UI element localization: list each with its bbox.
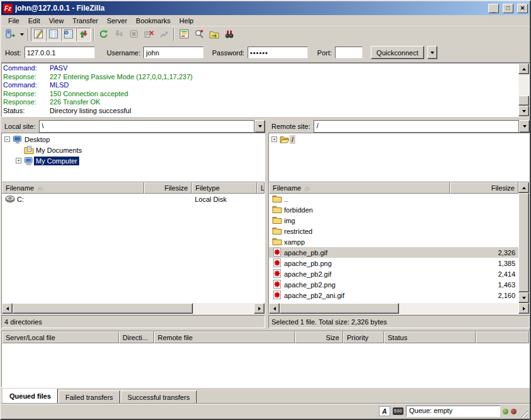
local-site-combo[interactable]: \ (39, 120, 265, 133)
menu-help[interactable]: Help (175, 16, 198, 26)
column-label: Filetype (195, 184, 220, 192)
synchronized-browsing-button[interactable] (207, 28, 222, 41)
port-input[interactable] (335, 47, 363, 58)
local-site-value[interactable]: \ (39, 120, 255, 133)
scrollbar-thumb[interactable] (518, 96, 529, 106)
column-header-filename[interactable]: Filename (2, 182, 144, 194)
file-row[interactable]: apache_pb2.png1,463 (269, 279, 518, 290)
minimize-button[interactable]: _ (488, 4, 499, 13)
file-row[interactable]: apache_pb.gif2,326 (269, 247, 518, 258)
column-header-l[interactable]: L (257, 182, 265, 194)
menu-view[interactable]: View (45, 16, 68, 26)
remote-site-value[interactable]: / (314, 120, 519, 133)
resize-grip[interactable] (519, 409, 528, 417)
log-prefix: Response: (3, 90, 50, 99)
tree-item-my-computer[interactable]: +My Computer (3, 155, 264, 166)
file-search-button[interactable] (222, 28, 237, 41)
menu-edit[interactable]: Edit (24, 16, 45, 26)
file-name: .. (284, 196, 288, 203)
scroll-down-button[interactable] (518, 292, 529, 303)
disconnect-button[interactable] (141, 28, 156, 41)
remote-site-dropdown-button[interactable] (519, 120, 530, 133)
tree-expander[interactable]: + (16, 158, 21, 163)
scroll-left-button[interactable] (2, 303, 13, 314)
tree-item-desktop[interactable]: −Desktop (3, 134, 264, 145)
tree-item-my-documents[interactable]: My Documents (3, 145, 264, 155)
scrollbar-thumb[interactable] (13, 303, 193, 314)
triangle-right-icon (258, 307, 261, 311)
file-size (144, 194, 192, 204)
maximize-button[interactable]: □ (503, 4, 513, 13)
directory-comparison-button[interactable] (177, 28, 192, 41)
toggle-transfer-queue-button[interactable] (76, 28, 91, 41)
host-input[interactable] (25, 47, 95, 58)
tree-item--[interactable]: +/ (270, 134, 528, 145)
column-header-filesize[interactable]: Filesize (450, 182, 518, 194)
column-header-filetype[interactable]: Filetype (192, 182, 257, 194)
local-directory-tree: −DesktopMy Documents+My Computer (1, 133, 265, 182)
remote-list-hscrollbar[interactable] (269, 303, 529, 314)
reconnect-button[interactable] (156, 28, 172, 41)
file-row[interactable]: forbidden (269, 204, 518, 215)
tree-expander[interactable]: + (271, 136, 277, 142)
quickconnect-button[interactable]: Quickconnect (371, 46, 424, 59)
file-row[interactable]: apache_pb2_ani.gif2,160 (269, 290, 518, 301)
remote-site-combo[interactable]: / (314, 120, 530, 133)
menu-transfer[interactable]: Transfer (68, 16, 102, 26)
cancel-button[interactable] (126, 28, 141, 41)
scrollbar-thumb[interactable] (518, 193, 529, 292)
transfer-type-indicator-icon[interactable]: A (379, 406, 390, 416)
scroll-left-button[interactable] (269, 303, 280, 314)
toggle-remote-tree-button[interactable] (61, 28, 76, 41)
process-queue-button[interactable] (111, 28, 126, 41)
toggle-local-tree-button[interactable] (46, 28, 61, 41)
tab-successful-transfers[interactable]: Successful transfers (121, 390, 197, 403)
column-header-size[interactable]: Size (295, 331, 343, 343)
column-header-priority[interactable]: Priority (343, 331, 384, 343)
tree-expander[interactable]: − (4, 136, 10, 142)
sort-ascending-icon (305, 187, 310, 190)
disk-icon (5, 194, 15, 204)
scroll-right-button[interactable] (518, 303, 529, 314)
file-row[interactable]: restricted (269, 226, 518, 236)
scroll-right-button[interactable] (254, 303, 265, 314)
speed-limit-indicator-icon[interactable]: 500 (393, 407, 403, 415)
remote-list-vscrollbar[interactable] (518, 182, 529, 303)
local-site-dropdown-button[interactable] (255, 120, 265, 133)
site-manager-dropdown-button[interactable] (18, 28, 26, 41)
filter-button[interactable] (192, 28, 207, 41)
quickconnect-dropdown-button[interactable] (427, 46, 437, 59)
column-header-server-local-file[interactable]: Server/Local file (2, 331, 119, 343)
remote-file-list: FilenameFilesize..forbiddenimgrestricted… (269, 182, 518, 303)
toggle-message-log-button[interactable] (31, 28, 46, 41)
column-header-extra[interactable] (476, 331, 529, 343)
scroll-up-button[interactable] (518, 64, 529, 74)
scroll-down-button[interactable] (518, 106, 529, 116)
close-button[interactable]: ✕ (517, 4, 528, 13)
menu-bookmarks[interactable]: Bookmarks (131, 16, 175, 26)
column-header-remote-file[interactable]: Remote file (154, 331, 295, 343)
file-row[interactable]: apache_pb.png1,385 (269, 258, 518, 268)
site-manager-button[interactable] (3, 28, 18, 41)
local-list-hscrollbar[interactable] (2, 303, 265, 314)
tab-failed-transfers[interactable]: Failed transfers (58, 390, 120, 403)
username-input[interactable] (143, 47, 204, 58)
menu-server[interactable]: Server (102, 16, 131, 26)
column-header-directi-[interactable]: Directi... (119, 331, 154, 343)
file-row[interactable]: img (269, 215, 518, 226)
scroll-up-button[interactable] (518, 182, 529, 193)
file-row[interactable]: C:Local Disk (2, 194, 265, 204)
menu-file[interactable]: File (4, 16, 24, 26)
password-input[interactable] (248, 47, 308, 58)
file-row[interactable]: apache_pb2.gif2,414 (269, 268, 518, 279)
scrollbar-thumb[interactable] (280, 303, 399, 314)
refresh-button[interactable] (96, 28, 111, 41)
file-row[interactable]: .. (269, 194, 518, 204)
column-header-filename[interactable]: Filename (269, 182, 450, 194)
file-row[interactable]: xampp (269, 236, 518, 247)
column-header-status[interactable]: Status (384, 331, 476, 343)
column-header-filesize[interactable]: Filesize (144, 182, 192, 194)
directory-comparison-icon (179, 29, 189, 40)
message-log-scrollbar[interactable] (518, 64, 529, 116)
tab-queued-files[interactable]: Queued files (3, 389, 58, 403)
